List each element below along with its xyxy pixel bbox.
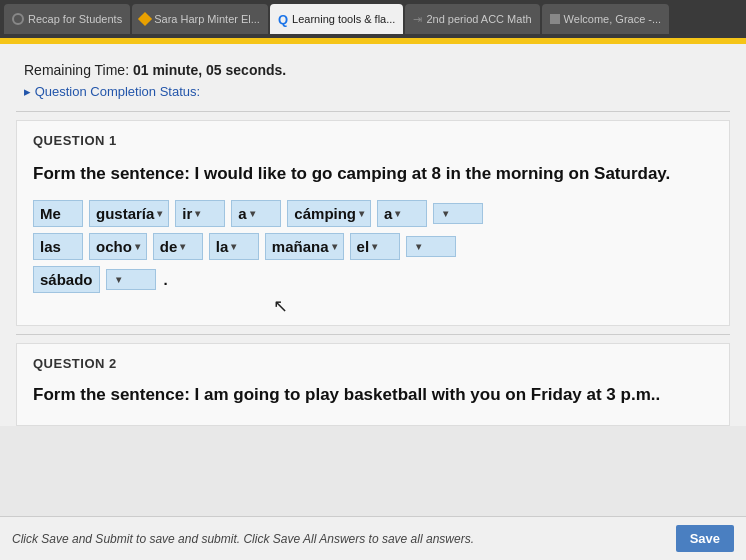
dropdown-ir[interactable]: ir ▾: [175, 200, 225, 227]
dropdown-gustaria[interactable]: gustaría ▾: [89, 200, 169, 227]
divider-mid: [16, 334, 730, 335]
timer-value: 01 minute, 05 seconds.: [133, 62, 286, 78]
chevron-down-icon: ▾: [416, 241, 421, 252]
word-grid-q1: Me gustaría ▾ ir ▾ a ▾ cámping ▾: [33, 200, 713, 293]
save-button[interactable]: Save: [676, 525, 734, 552]
tab-recap-label: Recap for Students: [28, 13, 122, 25]
completion-label: Question Completion Status:: [35, 84, 200, 99]
timer-display: Remaining Time: 01 minute, 05 seconds.: [16, 54, 730, 82]
question-2-text: Form the sentence: I am going to play ba…: [33, 385, 713, 405]
q-icon: Q: [278, 12, 288, 27]
question-2-block: QUESTION 2 Form the sentence: I am going…: [16, 343, 730, 426]
word-row-2: las ocho ▾ de ▾ la ▾ mañana ▾: [33, 233, 713, 260]
dropdown-de[interactable]: de ▾: [153, 233, 203, 260]
dropdown-a1[interactable]: a ▾: [231, 200, 281, 227]
question-1-block: QUESTION 1 Form the sentence: I would li…: [16, 120, 730, 326]
chevron-down-icon: ▾: [359, 208, 364, 219]
chevron-down-icon: ▾: [180, 241, 185, 252]
cursor-area: ↖: [33, 293, 713, 313]
chevron-down-icon: ▾: [135, 241, 140, 252]
box-icon: [550, 14, 560, 24]
tab-2ndperiod[interactable]: ⇥ 2nd period ACC Math: [405, 4, 539, 34]
tab-sara-label: Sara Harp Minter El...: [154, 13, 260, 25]
circle-icon: [12, 13, 24, 25]
question-2-label: QUESTION 2: [33, 356, 713, 375]
dropdown-empty3[interactable]: ▾: [106, 269, 156, 290]
dropdown-manana[interactable]: mañana ▾: [265, 233, 344, 260]
diamond-icon: [138, 12, 152, 26]
word-me: Me: [33, 200, 83, 227]
word-row-1: Me gustaría ▾ ir ▾ a ▾ cámping ▾: [33, 200, 713, 227]
timer-label: Remaining Time:: [24, 62, 129, 78]
dropdown-empty1[interactable]: ▾: [433, 203, 483, 224]
word-sabado: sábado: [33, 266, 100, 293]
tab-welcome-label: Welcome, Grace -...: [564, 13, 662, 25]
chevron-down-icon: ▾: [332, 241, 337, 252]
dropdown-camping[interactable]: cámping ▾: [287, 200, 371, 227]
word-row-3: sábado ▾ .: [33, 266, 713, 293]
quiz-container: Remaining Time: 01 minute, 05 seconds. Q…: [0, 44, 746, 426]
period-text: .: [162, 267, 170, 292]
tab-sara[interactable]: Sara Harp Minter El...: [132, 4, 268, 34]
tab-2ndperiod-label: 2nd period ACC Math: [426, 13, 531, 25]
chevron-down-icon: ▾: [195, 208, 200, 219]
tab-recap[interactable]: Recap for Students: [4, 4, 130, 34]
dropdown-ocho[interactable]: ocho ▾: [89, 233, 147, 260]
question-1-label: QUESTION 1: [33, 133, 713, 152]
dropdown-empty2[interactable]: ▾: [406, 236, 456, 257]
dropdown-el[interactable]: el ▾: [350, 233, 400, 260]
chevron-down-icon: ▾: [250, 208, 255, 219]
tab-welcome[interactable]: Welcome, Grace -...: [542, 4, 670, 34]
browser-tab-bar: Recap for Students Sara Harp Minter El..…: [0, 0, 746, 38]
divider-top: [16, 111, 730, 112]
chevron-down-icon: ▾: [443, 208, 448, 219]
footer-bar: Click Save and Submit to save and submit…: [0, 516, 746, 560]
dropdown-la[interactable]: la ▾: [209, 233, 259, 260]
tab-learning-label: Learning tools & fla...: [292, 13, 395, 25]
word-las: las: [33, 233, 83, 260]
chevron-down-icon: ▾: [116, 274, 121, 285]
tab-learning[interactable]: Q Learning tools & fla...: [270, 4, 403, 34]
chevron-down-icon: ▾: [231, 241, 236, 252]
question-1-text: Form the sentence: I would like to go ca…: [33, 162, 713, 186]
chevron-down-icon: ▾: [372, 241, 377, 252]
chevron-down-icon: ▾: [157, 208, 162, 219]
dropdown-a2[interactable]: a ▾: [377, 200, 427, 227]
cursor-arrow-icon: ↖: [273, 295, 288, 317]
arrow-icon: ⇥: [413, 13, 422, 26]
chevron-down-icon: ▾: [395, 208, 400, 219]
footer-hint: Click Save and Submit to save and submit…: [12, 532, 474, 546]
completion-status[interactable]: Question Completion Status:: [16, 82, 730, 107]
